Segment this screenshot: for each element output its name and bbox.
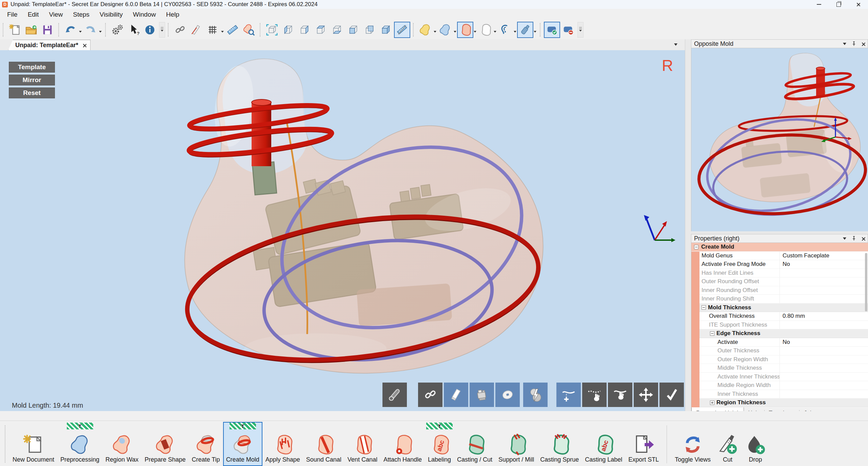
curve-add-point-button[interactable] xyxy=(556,383,581,407)
step-vent-canal[interactable]: Vent Canal xyxy=(344,422,380,466)
property-value[interactable]: No xyxy=(780,338,868,347)
pin-icon[interactable] xyxy=(851,41,856,46)
property-row[interactable]: Middle Thickness xyxy=(699,364,868,373)
new-document-button[interactable] xyxy=(7,22,23,38)
link-components-button[interactable] xyxy=(418,383,442,407)
property-row[interactable]: Outer Region Width xyxy=(699,355,868,364)
step-sound-canal[interactable]: Sound Canal xyxy=(303,422,344,466)
step-prepare-shape[interactable]: Prepare Shape xyxy=(141,422,189,466)
undo-dropdown-arrow[interactable] xyxy=(79,31,82,34)
step-attach-handle[interactable]: Attach Handle xyxy=(380,422,425,466)
property-row[interactable]: Inner Thickness xyxy=(699,390,868,399)
property-value[interactable]: No xyxy=(780,260,868,269)
menu-help[interactable]: Help xyxy=(161,9,184,20)
tab-list-dropdown-icon[interactable] xyxy=(674,43,677,47)
panel-close-icon[interactable] xyxy=(861,237,865,240)
ruler-button[interactable] xyxy=(224,22,241,38)
step-preprocessing[interactable]: T Preprocessing xyxy=(57,422,102,466)
open-file-button[interactable] xyxy=(23,22,39,38)
info-button[interactable] xyxy=(142,22,158,38)
panel-close-icon[interactable] xyxy=(861,42,865,46)
save-button[interactable] xyxy=(39,22,56,38)
menu-steps[interactable]: Steps xyxy=(68,9,95,20)
panel-menu-icon[interactable] xyxy=(843,237,846,241)
panel-show-button[interactable] xyxy=(544,22,560,38)
menu-visibility[interactable]: Visibility xyxy=(95,9,128,20)
mirror-button[interactable]: Mirror xyxy=(9,75,55,85)
grid-dropdown-arrow[interactable] xyxy=(221,31,224,34)
opposite-mold-panel-header[interactable]: Opposite Mold xyxy=(691,39,868,48)
view-cube-iso-button[interactable] xyxy=(378,22,394,38)
redo-dropdown-arrow[interactable] xyxy=(99,31,102,34)
tab-close-icon[interactable] xyxy=(82,43,86,47)
impression-yellow-button[interactable] xyxy=(417,22,433,38)
sphere-lightning-tool-button[interactable] xyxy=(523,383,548,407)
confirm-check-button[interactable] xyxy=(659,383,684,407)
property-group-mold-thickness[interactable]: Mold Thickness xyxy=(699,304,868,312)
toolbar-overflow-button[interactable] xyxy=(577,22,584,38)
menu-file[interactable]: File xyxy=(2,9,23,20)
horizontal-splitter[interactable] xyxy=(691,231,868,234)
panel-splitter[interactable] xyxy=(685,39,691,421)
shell-gray-dropdown[interactable] xyxy=(494,31,496,34)
shell-gray-button[interactable] xyxy=(477,22,493,38)
impression-yellow-dropdown[interactable] xyxy=(434,31,436,34)
grid-button[interactable] xyxy=(204,22,221,38)
shape-search-button[interactable] xyxy=(241,22,257,38)
pin-icon[interactable] xyxy=(851,236,856,241)
mold-orange-dropdown[interactable] xyxy=(474,31,476,34)
washer-tool-button[interactable] xyxy=(495,383,520,407)
reset-button[interactable]: Reset xyxy=(9,88,55,98)
property-row[interactable]: Activate No xyxy=(699,338,868,347)
property-row[interactable]: Mold Genus Custom Faceplate xyxy=(699,252,868,260)
view-cube-right-button[interactable] xyxy=(296,22,313,38)
collapse-icon[interactable] xyxy=(694,245,698,249)
step-support-mill[interactable]: Support / Mill xyxy=(495,422,537,466)
curve-drag-dotted-button[interactable] xyxy=(582,383,607,407)
impression-blue-dropdown[interactable] xyxy=(454,31,456,34)
document-tab[interactable]: Unpaid: TemplateEar* xyxy=(8,40,91,50)
step-casting-cut[interactable]: Casting / Cut xyxy=(454,422,495,466)
property-row[interactable]: Overall Thickness 0.80 mm xyxy=(699,312,868,321)
step-create-tip[interactable]: Create Tip xyxy=(189,422,223,466)
main-3d-viewport[interactable]: Template Mirror Reset R xyxy=(0,50,685,411)
property-value[interactable]: Custom Faceplate xyxy=(780,252,868,260)
view-cube-bottom-button[interactable] xyxy=(329,22,345,38)
action-cut[interactable]: Cut xyxy=(714,422,742,466)
property-row[interactable]: Activate Free Drag Mode No xyxy=(699,260,868,269)
step-export-stl[interactable]: Export STL xyxy=(625,422,662,466)
step-casting-sprue[interactable]: Casting Sprue xyxy=(537,422,582,466)
property-group-region-thickness[interactable]: Region Thickness xyxy=(699,399,868,407)
wax-knife-button[interactable] xyxy=(188,22,204,38)
action-toggle-views[interactable]: Toggle Views xyxy=(672,422,714,466)
property-row[interactable]: Activate Inner Thickness xyxy=(699,373,868,382)
link-button[interactable] xyxy=(172,22,188,38)
pointer-help-button[interactable]: ? xyxy=(125,22,142,38)
step-create-mold[interactable]: T Create Mold xyxy=(223,422,262,466)
property-row[interactable]: Outer Thickness xyxy=(699,347,868,355)
step-casting-label[interactable]: abc Casting Label xyxy=(582,422,625,466)
ear-anatomy-button[interactable] xyxy=(497,22,513,38)
device-tool-button[interactable] xyxy=(470,383,494,407)
impression-blue-button[interactable] xyxy=(437,22,453,38)
minimize-button[interactable] xyxy=(809,0,829,9)
toolbar-overflow-button[interactable] xyxy=(159,22,165,38)
handle-tool-button[interactable] xyxy=(517,22,533,38)
curve-drag-button[interactable] xyxy=(608,383,632,407)
restore-button[interactable] xyxy=(829,0,848,9)
property-group-edge-thickness[interactable]: Edge Thickness xyxy=(699,329,868,338)
menu-window[interactable]: Window xyxy=(128,9,161,20)
close-button[interactable] xyxy=(848,0,868,9)
tube-tool-button[interactable] xyxy=(382,383,407,407)
property-row[interactable]: ITE Support Thickness xyxy=(699,321,868,330)
view-cube-top-button[interactable] xyxy=(313,22,329,38)
property-row[interactable]: Middle Region Width xyxy=(699,381,868,390)
view-cube-front-button[interactable] xyxy=(345,22,361,38)
action-drop[interactable]: Drop xyxy=(742,422,769,466)
view-cube-left-button[interactable] xyxy=(280,22,296,38)
ear-anatomy-dropdown[interactable] xyxy=(514,31,516,34)
property-row[interactable]: Has Inner Edit Lines xyxy=(699,269,868,278)
properties-panel-header[interactable]: Properties (right) xyxy=(691,234,868,243)
handle-tool-dropdown[interactable] xyxy=(534,31,536,34)
collapse-icon[interactable] xyxy=(710,331,714,336)
